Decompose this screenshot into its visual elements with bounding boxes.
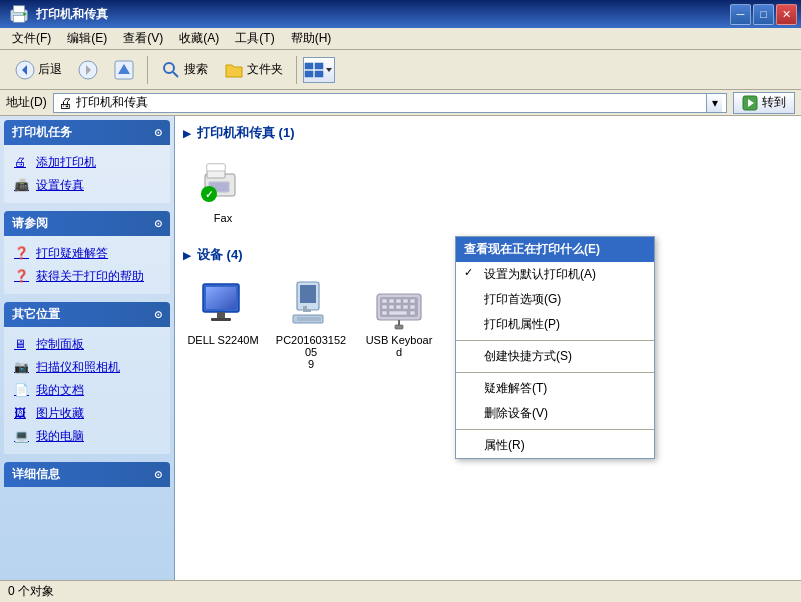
sidebar-header-printer-tasks[interactable]: 打印机任务 ⊙ [4,120,170,145]
ctx-sep-1 [456,340,654,341]
help-print-label: 获得关于打印的帮助 [36,268,144,285]
svg-rect-2 [14,15,25,22]
forward-icon [78,60,98,80]
svg-rect-12 [305,63,313,69]
content-area: 打印机和传真 (1) ✓ [175,116,801,580]
my-docs-label: 我的文档 [36,382,84,399]
sidebar-section-other-locations: 其它位置 ⊙ 🖥 控制面板 📷 扫描仪和照相机 📄 我的文档 🖼 [4,302,170,454]
printers-title-text: 打印机和传真 (1) [197,124,295,142]
details-expand-icon: ⊙ [154,469,162,480]
svg-rect-46 [410,299,415,303]
fax-label: Fax [214,212,232,224]
svg-rect-29 [206,287,236,309]
item-pc[interactable]: PC201603152059 [271,272,351,376]
folder-icon [224,60,244,80]
item-keyboard[interactable]: USB Keyboard [359,272,439,376]
sidebar-link-help-print[interactable]: ❓ 获得关于打印的帮助 [8,265,166,288]
ctx-item-print-preferences[interactable]: 打印首选项(G) [456,287,654,312]
svg-text:✓: ✓ [205,189,213,200]
ctx-item-troubleshoot[interactable]: 疑难解答(T) [456,376,654,401]
forward-button[interactable] [71,56,105,84]
svg-point-10 [164,63,174,73]
up-button[interactable] [107,56,141,84]
svg-rect-45 [403,299,408,303]
window-controls: ─ □ ✕ [730,4,797,25]
folders-button[interactable]: 文件夹 [217,56,290,84]
main-container: 打印机任务 ⊙ 🖨 添加打印机 📠 设置传真 请参阅 ⊙ [0,116,801,580]
view-button[interactable] [303,57,335,83]
svg-rect-42 [382,299,387,303]
address-dropdown[interactable]: ▾ [706,94,722,112]
printers-section-title: 打印机和传真 (1) [183,124,793,142]
my-docs-icon: 📄 [14,383,30,399]
setup-fax-icon: 📠 [14,178,30,194]
title-bar-content: 打印机和传真 [8,3,108,25]
menu-view[interactable]: 查看(V) [115,28,171,49]
svg-rect-51 [410,305,415,309]
close-button[interactable]: ✕ [776,4,797,25]
details-title: 详细信息 [12,466,60,483]
item-dell-monitor[interactable]: DELL S2240M [183,272,263,376]
other-locations-expand-icon: ⊙ [154,309,162,320]
go-button[interactable]: 转到 [733,92,795,114]
dell-monitor-label: DELL S2240M [187,334,258,346]
sidebar-link-my-computer[interactable]: 💻 我的电脑 [8,425,166,448]
minimize-button[interactable]: ─ [730,4,751,25]
status-bar: 0 个对象 [0,580,801,602]
ctx-item-properties[interactable]: 属性(R) [456,433,654,458]
ctx-item-create-shortcut[interactable]: 创建快捷方式(S) [456,344,654,369]
go-icon [742,95,758,111]
svg-rect-31 [211,318,231,321]
address-input[interactable]: 🖨 打印机和传真 ▾ [53,93,727,113]
other-locations-content: 🖥 控制面板 📷 扫描仪和照相机 📄 我的文档 🖼 图片收藏 💻 [4,327,170,454]
svg-rect-14 [305,71,313,77]
printer-icon [8,3,30,25]
search-label: 搜索 [184,61,208,78]
sidebar-link-add-printer[interactable]: 🖨 添加打印机 [8,151,166,174]
pictures-label: 图片收藏 [36,405,84,422]
sidebar-link-scanner[interactable]: 📷 扫描仪和照相机 [8,356,166,379]
sidebar: 打印机任务 ⊙ 🖨 添加打印机 📠 设置传真 请参阅 ⊙ [0,116,175,580]
devices-title-text: 设备 (4) [197,246,243,264]
see-also-expand-icon: ⊙ [154,218,162,229]
maximize-button[interactable]: □ [753,4,774,25]
setup-fax-label: 设置传真 [36,177,84,194]
sidebar-link-troubleshoot-print[interactable]: ❓ 打印疑难解答 [8,242,166,265]
menu-favorites[interactable]: 收藏(A) [171,28,227,49]
item-fax[interactable]: ✓ Fax [183,150,263,230]
help-print-icon: ❓ [14,269,30,285]
pc-icon [285,278,337,330]
sidebar-link-setup-fax[interactable]: 📠 设置传真 [8,174,166,197]
sidebar-link-control-panel[interactable]: 🖥 控制面板 [8,333,166,356]
menu-edit[interactable]: 编辑(E) [59,28,115,49]
menu-help[interactable]: 帮助(H) [283,28,340,49]
back-label: 后退 [38,61,62,78]
keyboard-label: USB Keyboard [363,334,435,358]
ctx-item-delete-device[interactable]: 删除设备(V) [456,401,654,426]
back-button[interactable]: 后退 [8,56,69,84]
sidebar-header-see-also[interactable]: 请参阅 ⊙ [4,211,170,236]
title-bar: 打印机和传真 ─ □ ✕ [0,0,801,28]
menu-bar: 文件(F) 编辑(E) 查看(V) 收藏(A) 工具(T) 帮助(H) [0,28,801,50]
title-bar-title: 打印机和传真 [36,6,108,23]
menu-tools[interactable]: 工具(T) [227,28,282,49]
sidebar-header-other-locations[interactable]: 其它位置 ⊙ [4,302,170,327]
ctx-item-printer-props[interactable]: 打印机属性(P) [456,312,654,337]
add-printer-icon: 🖨 [14,155,30,171]
ctx-item-set-default[interactable]: 设置为默认打印机(A) [456,262,654,287]
search-button[interactable]: 搜索 [154,56,215,84]
toolbar-sep-1 [147,56,148,84]
sidebar-link-pictures[interactable]: 🖼 图片收藏 [8,402,166,425]
ctx-item-view-printing[interactable]: 查看现在正在打印什么(E) [456,237,654,262]
sidebar-header-details[interactable]: 详细信息 ⊙ [4,462,170,487]
printer-tasks-content: 🖨 添加打印机 📠 设置传真 [4,145,170,203]
menu-file[interactable]: 文件(F) [4,28,59,49]
sidebar-link-my-docs[interactable]: 📄 我的文档 [8,379,166,402]
control-panel-label: 控制面板 [36,336,84,353]
address-label: 地址(D) [6,94,47,111]
pictures-icon: 🖼 [14,406,30,422]
svg-rect-52 [382,311,387,315]
fax-icon: ✓ [197,156,249,208]
add-printer-label: 添加打印机 [36,154,96,171]
svg-rect-56 [395,325,403,329]
